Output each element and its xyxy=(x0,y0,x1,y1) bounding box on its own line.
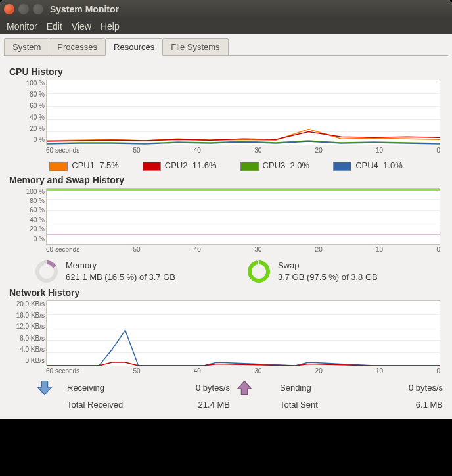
titlebar[interactable]: System Monitor xyxy=(0,0,452,18)
window: System Monitor Monitor Edit View Help Sy… xyxy=(0,0,452,419)
swap-indicator: Swap3.7 GB (97.5 %) of 3.8 GB xyxy=(248,260,378,283)
maximize-icon[interactable] xyxy=(33,4,43,14)
legend-cpu1: CPU1 7.5% xyxy=(49,160,119,171)
menu-edit[interactable]: Edit xyxy=(47,21,62,32)
download-arrow-icon xyxy=(35,379,54,397)
mem-x-axis: 60 50 40 30 20 10 0 xyxy=(46,246,440,253)
cpu-y-axis: 100 % 80 % 60 % 40 % 20 % 0 % xyxy=(12,80,45,143)
cpu-chart: 100 % 80 % 60 % 40 % 20 % 0 % 60 50 40 3… xyxy=(46,80,440,154)
tab-resources[interactable]: Resources xyxy=(105,38,163,56)
memory-pie-icon xyxy=(35,260,58,283)
content: System Processes Resources File Systems … xyxy=(0,34,452,419)
recv-total-label: Total Received xyxy=(67,400,146,410)
tab-file-systems[interactable]: File Systems xyxy=(162,38,228,55)
cpu-legend: CPU1 7.5% CPU2 11.6% CPU3 2.0% CPU4 1.0% xyxy=(9,160,443,171)
recv-label: Receiving xyxy=(67,383,146,393)
menu-view[interactable]: View xyxy=(72,21,91,32)
window-controls xyxy=(4,4,43,14)
mem-plot xyxy=(46,188,440,245)
cpu-title: CPU History xyxy=(9,66,443,77)
net-x-axis: 60 50 40 30 20 10 0 xyxy=(46,368,440,375)
net-plot xyxy=(46,300,440,366)
legend-cpu3: CPU3 2.0% xyxy=(240,160,310,171)
resources-panel: CPU History 100 % 80 % 60 % 40 % 20 % 0 … xyxy=(0,56,452,419)
window-title: System Monitor xyxy=(50,4,119,14)
send-total: 6.1 MB xyxy=(364,400,443,410)
net-title: Network History xyxy=(9,287,443,298)
cpu-plot xyxy=(46,80,440,145)
mem-chart: 100 % 80 % 60 % 40 % 20 % 0 % 60 50 40 3… xyxy=(46,188,440,253)
legend-cpu4: CPU4 1.0% xyxy=(333,160,403,171)
send-rate: 0 bytes/s xyxy=(364,383,443,393)
mem-title: Memory and Swap History xyxy=(9,175,443,185)
mem-legend: Memory621.1 MB (16.5 %) of 3.7 GB Swap3.… xyxy=(35,260,443,283)
tab-processes[interactable]: Processes xyxy=(49,38,106,55)
tabs: System Processes Resources File Systems xyxy=(0,34,452,55)
send-total-label: Total Sent xyxy=(280,400,359,410)
recv-rate: 0 bytes/s xyxy=(151,383,230,393)
memory-indicator: Memory621.1 MB (16.5 %) of 3.7 GB xyxy=(35,260,175,283)
cpu-x-axis: 60 50 40 30 20 10 0 xyxy=(46,147,440,154)
menubar: Monitor Edit View Help xyxy=(0,18,452,34)
net-y-axis: 20.0 KB/s 16.0 KB/s 12.0 KB/s 8.0 KB/s 4… xyxy=(12,300,45,364)
swap-pie-icon xyxy=(248,260,270,283)
minimize-icon[interactable] xyxy=(18,4,29,14)
net-stats: Receiving 0 bytes/s Sending 0 bytes/s To… xyxy=(35,379,443,410)
menu-help[interactable]: Help xyxy=(101,21,120,32)
legend-cpu2: CPU2 11.6% xyxy=(143,160,217,171)
net-chart: 20.0 KB/s 16.0 KB/s 12.0 KB/s 8.0 KB/s 4… xyxy=(46,300,440,375)
mem-y-axis: 100 % 80 % 60 % 40 % 20 % 0 % xyxy=(12,188,45,243)
upload-arrow-icon xyxy=(235,379,254,397)
recv-total: 21.4 MB xyxy=(151,400,230,410)
tab-system[interactable]: System xyxy=(4,38,49,55)
send-label: Sending xyxy=(280,383,359,393)
menu-monitor[interactable]: Monitor xyxy=(7,21,37,32)
close-icon[interactable] xyxy=(4,4,14,14)
